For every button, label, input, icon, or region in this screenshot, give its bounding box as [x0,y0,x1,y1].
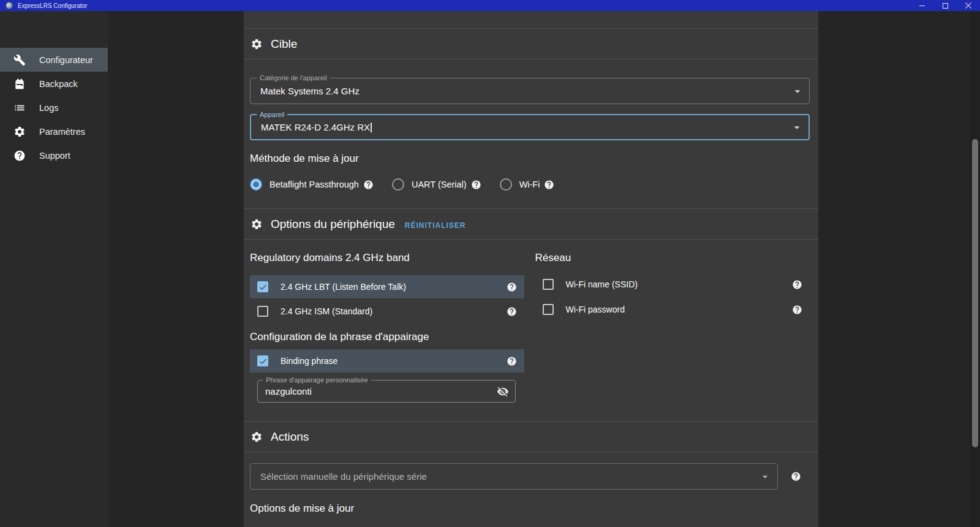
help-icon[interactable] [791,471,801,482]
sidebar-item-label: Configurateur [39,55,93,65]
radio-option-wifi[interactable]: Wi-Fi [500,178,555,191]
close-icon [965,2,971,9]
window-controls [910,0,980,11]
binding-phrase-input[interactable]: Phrase d'appairage personnalisée nazgulc… [257,380,516,403]
checkbox-unchecked-icon[interactable] [543,279,554,290]
app-logo-icon [6,2,13,9]
sidebar-item-support[interactable]: Support [0,143,108,167]
regulatory-domains-heading: Regulatory domains 2.4 GHz band [250,252,524,264]
checkbox-unchecked-icon[interactable] [257,306,268,317]
device-category-value: Matek Systems 2.4 GHz [260,86,360,96]
device-category-label: Catégorie de l'appareil [257,74,330,82]
checkbox-row-wifi-ssid[interactable]: Wi-Fi name (SSID) [535,273,810,296]
gear-icon [13,126,26,138]
flashing-method-heading: Méthode de mise à jour [250,153,810,165]
radio-unselected-icon[interactable] [500,178,512,191]
sidebar-item-configurator[interactable]: Configurateur [0,48,108,72]
chevron-down-icon[interactable] [759,471,771,483]
section-title-target: Cible [271,37,297,51]
help-icon[interactable] [507,356,517,366]
gear-icon [251,38,263,50]
sidebar-item-label: Logs [39,103,58,113]
section-title-actions: Actions [271,430,309,444]
sidebar: Configurateur Backpack Logs Paramètres S… [0,11,108,527]
sidebar-item-settings[interactable]: Paramètres [0,119,108,143]
wrench-icon [13,54,26,66]
binding-phrase-input-value: nazgulconti [265,386,312,396]
binding-phrase-heading: Configuration de la phrase d'appairage [250,331,524,343]
chevron-down-icon[interactable] [791,85,804,98]
help-icon[interactable] [507,282,517,292]
serial-device-select-placeholder: Sélection manuelle du périphérique série [260,471,427,482]
radio-selected-icon[interactable] [250,178,262,191]
device-label: Appareil [257,110,287,119]
chevron-down-icon[interactable] [790,121,804,134]
gear-icon [251,431,263,443]
checkbox-row-lbt[interactable]: 2.4 GHz LBT (Listen Before Talk) [250,275,524,298]
help-icon[interactable] [792,279,802,290]
help-icon[interactable] [507,306,517,317]
binding-phrase-input-label: Phrase d'appairage personnalisée [263,376,371,384]
sidebar-item-backpack[interactable]: Backpack [0,72,108,96]
vertical-scrollbar[interactable] [970,11,980,527]
close-button[interactable] [957,0,980,11]
sidebar-item-label: Backpack [39,79,78,89]
section-header-target: Cible [244,29,818,59]
flash-options-heading: Options de mise à jour [250,502,810,515]
section-header-device-options: Options du périphérique RÉINITIALISER [244,209,818,239]
scrollbar-thumb[interactable] [972,139,978,447]
check-icon [258,282,268,292]
checkbox-row-binding-phrase[interactable]: Binding phrase [250,349,524,373]
text-cursor [371,123,372,132]
checkbox-row-ism[interactable]: 2.4 GHz ISM (Standard) [250,300,524,323]
device-select[interactable]: Appareil MATEK R24-D 2.4GHz RX [250,114,810,140]
list-icon [13,102,26,114]
sidebar-item-label: Support [39,151,70,161]
check-icon [258,357,268,366]
radio-option-betaflight-passthrough[interactable]: Betaflight Passthrough [250,178,374,191]
window-title: ExpressLRS Configurator [18,2,87,9]
checkbox-checked-icon[interactable] [257,355,268,366]
help-icon[interactable] [544,180,554,190]
help-icon[interactable] [363,180,374,190]
radio-option-uart-serial[interactable]: UART (Serial) [392,178,481,191]
titlebar: ExpressLRS Configurator [0,0,980,11]
network-heading: Réseau [535,252,810,264]
help-icon[interactable] [792,305,802,315]
help-icon [13,150,26,162]
visibility-off-icon[interactable] [497,385,509,398]
section-title-device-options: Options du périphérique [271,218,395,231]
backpack-icon [13,78,26,90]
help-icon[interactable] [471,180,481,190]
serial-device-select[interactable]: Sélection manuelle du périphérique série [250,463,778,490]
flashing-method-radio-group: Betaflight Passthrough UART (Serial) Wi-… [250,178,810,191]
gear-icon [251,218,263,230]
device-category-select[interactable]: Catégorie de l'appareil Matek Systems 2.… [250,78,810,104]
checkbox-checked-icon[interactable] [257,281,268,292]
minimize-icon [919,6,925,6]
minimize-button[interactable] [910,0,933,11]
radio-unselected-icon[interactable] [392,178,404,191]
checkbox-row-wifi-password[interactable]: Wi-Fi password [535,298,810,321]
main-content: Cible Catégorie de l'appareil Matek Syst… [108,11,970,527]
sidebar-item-label: Paramètres [39,127,85,137]
sidebar-item-logs[interactable]: Logs [0,96,108,119]
checkbox-unchecked-icon[interactable] [543,304,554,315]
restore-icon [943,3,948,9]
device-value: MATEK R24-D 2.4GHz RX [261,122,372,132]
restore-button[interactable] [933,0,957,11]
configurator-card: Cible Catégorie de l'appareil Matek Syst… [244,11,818,527]
section-header-actions: Actions [244,422,818,452]
reset-button[interactable]: RÉINITIALISER [405,221,466,230]
